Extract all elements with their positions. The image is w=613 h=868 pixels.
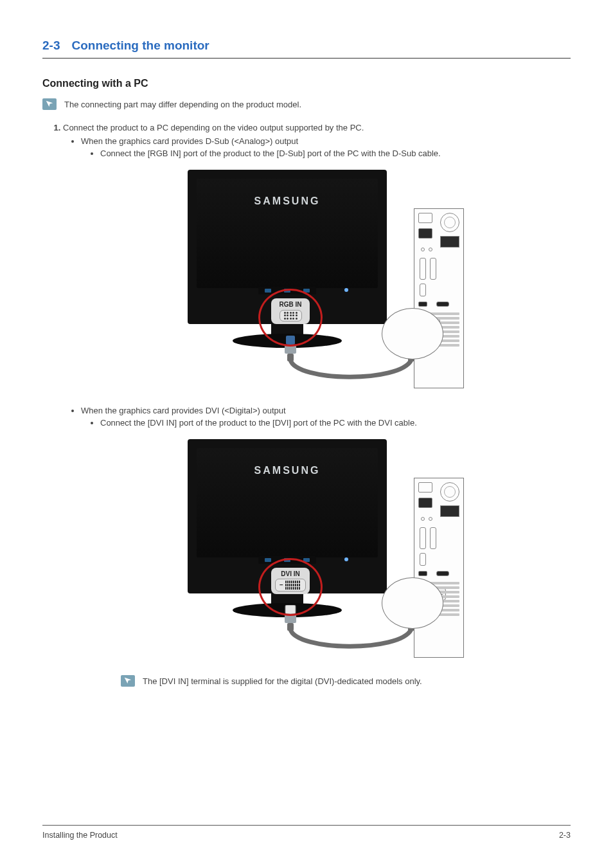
case-dsub: When the graphics card provides D-Sub (<… (81, 136, 571, 390)
highlight-circle-tower (382, 577, 443, 629)
section-title-text: Connecting the monitor (71, 39, 209, 52)
case-dvi-heading: When the graphics card provides DVI (<Di… (81, 406, 286, 415)
step-list: Connect the product to a PC depending on… (42, 123, 571, 688)
subheading: Connecting with a PC (42, 78, 571, 89)
svg-rect-8 (287, 623, 294, 631)
svg-rect-2 (287, 354, 294, 361)
page-footer: Installing the Product 2-3 (42, 825, 571, 840)
case-dsub-instruction: Connect the [RGB IN] port of the product… (100, 149, 571, 158)
monitor-brand: SAMSUNG (188, 195, 387, 207)
figure-2: SAMSUNG DVI IN – (81, 439, 571, 660)
monitor-brand: SAMSUNG (188, 465, 387, 476)
pc-tower-illustration (414, 208, 464, 388)
note-icon (121, 675, 135, 687)
highlight-circle-monitor (258, 558, 323, 616)
highlight-circle-monitor (258, 289, 323, 347)
case-dvi: When the graphics card provides DVI (<Di… (81, 406, 571, 688)
highlight-circle-tower (382, 308, 443, 359)
figure-1: SAMSUNG RGB IN (81, 170, 571, 390)
section-number: 2-3 (42, 39, 60, 52)
step-1: Connect the product to a PC depending on… (63, 123, 571, 688)
pc-tower-illustration: – (414, 478, 464, 658)
footer-right: 2-3 (559, 831, 571, 840)
note-2-text: The [DVI IN] terminal is supplied for th… (143, 675, 422, 688)
case-dsub-heading: When the graphics card provides D-Sub (<… (81, 136, 298, 146)
note-icon (42, 98, 57, 110)
case-dvi-instruction: Connect the [DVI IN] port of the product… (100, 418, 571, 428)
footer-left: Installing the Product (42, 831, 118, 840)
section-heading: 2-3Connecting the monitor (42, 39, 571, 59)
note-1-text: The connecting part may differ depending… (64, 98, 301, 111)
step-1-text: Connect the product to a PC depending on… (63, 123, 364, 132)
note-2: The [DVI IN] terminal is supplied for th… (121, 675, 571, 688)
note-1: The connecting part may differ depending… (42, 98, 571, 111)
